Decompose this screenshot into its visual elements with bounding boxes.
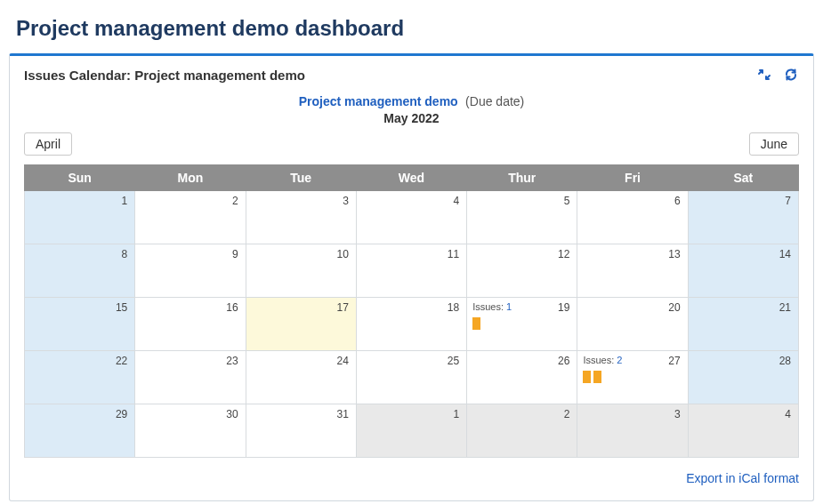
day-number: 29 [116,408,127,420]
calendar-week: 1516171819Issues: 12021 [25,298,799,351]
calendar-day[interactable]: 21 [688,298,798,351]
calendar-day[interactable]: 18 [356,298,466,351]
weekday-header: Tue [246,165,356,191]
weekday-header: Mon [135,165,246,191]
calendar-day[interactable]: 17 [246,298,356,351]
next-month-button[interactable]: June [749,132,799,156]
day-number: 12 [558,248,569,260]
calendar-day[interactable]: 14 [688,244,798,298]
day-number: 6 [674,195,681,207]
calendar-day[interactable]: 27Issues: 2 [577,351,688,404]
calendar-day[interactable]: 29 [25,404,135,458]
calendar-header: Project management demo (Due date) May 2… [10,90,813,132]
calendar-day[interactable]: 2 [467,404,577,458]
issues-label[interactable]: Issues: 1 [472,301,512,312]
calendar-day[interactable]: 7 [688,191,798,244]
calendar-day[interactable]: 2 [135,191,246,244]
day-number: 9 [232,248,238,260]
issues-count: 2 [617,355,622,365]
calendar-day[interactable]: 9 [135,244,246,298]
calendar-day[interactable]: 6 [577,191,688,244]
calendar-day[interactable]: 15 [25,298,135,351]
month-nav-row: April June [10,132,813,164]
calendar-week: 2930311234 [25,404,799,458]
calendar-day[interactable]: 10 [246,244,356,298]
weekday-header: Thur [467,165,577,191]
calendar-week: 222324252627Issues: 228 [25,351,799,404]
day-number: 26 [558,355,569,367]
calendar-week: 891011121314 [25,244,799,298]
day-number: 11 [448,248,459,260]
panel-title: Issues Calendar: Project management demo [24,68,305,83]
issue-blocks [472,317,480,330]
calendar-day[interactable]: 12 [467,244,577,298]
issue-block[interactable] [583,371,591,383]
day-number: 30 [226,408,238,420]
weekday-header: Wed [356,165,466,191]
calendar-day[interactable]: 23 [135,351,246,404]
weekday-header: Sat [688,165,798,191]
calendar-day[interactable]: 16 [135,298,246,351]
calendar-day[interactable]: 1 [356,404,466,458]
panel-header: Issues Calendar: Project management demo [10,56,813,90]
weekday-header: Fri [577,165,688,191]
page-title: Project management demo dashboard [0,0,823,53]
project-link[interactable]: Project management demo [299,94,458,108]
prev-month-button[interactable]: April [24,132,72,156]
day-number: 7 [785,195,791,207]
issues-calendar-panel: Issues Calendar: Project management demo… [9,53,814,501]
day-number: 24 [336,355,348,367]
day-number: 8 [122,248,128,260]
calendar-grid: SunMonTueWedThurFriSat 12345678910111213… [24,164,799,458]
refresh-icon[interactable] [783,67,799,83]
day-number: 5 [564,195,570,207]
weekday-header: Sun [25,165,135,191]
day-number: 15 [116,301,127,314]
calendar-day[interactable]: 28 [688,351,798,404]
issues-label[interactable]: Issues: 2 [583,355,622,365]
calendar-day[interactable]: 31 [246,404,356,458]
collapse-icon[interactable] [756,67,772,83]
panel-actions [756,67,799,83]
calendar-week: 1234567 [25,191,799,244]
calendar-day[interactable]: 19Issues: 1 [467,298,577,351]
day-number: 2 [232,195,238,207]
calendar-day[interactable]: 26 [467,351,577,404]
calendar-day[interactable]: 4 [356,191,466,244]
day-number: 28 [779,355,791,367]
day-number: 27 [668,355,680,367]
day-number: 1 [122,195,128,207]
day-number: 14 [779,248,791,260]
calendar-day[interactable]: 8 [25,244,135,298]
calendar-day[interactable]: 22 [25,351,135,404]
day-number: 19 [558,301,569,314]
calendar-day[interactable]: 4 [688,404,798,458]
calendar-day[interactable]: 30 [135,404,246,458]
day-number: 2 [564,408,570,420]
calendar-day[interactable]: 25 [356,351,466,404]
day-number: 1 [453,408,459,420]
calendar-day[interactable]: 11 [356,244,466,298]
day-number: 4 [453,195,459,207]
due-date-label: (Due date) [465,94,524,108]
day-number: 10 [336,248,348,260]
calendar-day[interactable]: 1 [25,191,135,244]
issue-blocks [583,371,601,383]
calendar-day[interactable]: 20 [577,298,688,351]
calendar-day[interactable]: 3 [577,404,688,458]
footer: Export in iCal format [10,458,813,490]
day-number: 4 [785,408,791,420]
calendar-day[interactable]: 13 [577,244,688,298]
calendar-day[interactable]: 24 [246,351,356,404]
day-number: 3 [343,195,349,207]
day-number: 21 [779,301,791,314]
issue-block[interactable] [472,317,480,330]
day-number: 18 [448,301,459,314]
export-ical-link[interactable]: Export in iCal format [686,471,799,485]
issues-count: 1 [506,301,512,312]
calendar-day[interactable]: 3 [246,191,356,244]
day-number: 22 [116,355,127,367]
calendar-day[interactable]: 5 [467,191,577,244]
day-number: 23 [226,355,238,367]
issue-block[interactable] [593,371,601,383]
